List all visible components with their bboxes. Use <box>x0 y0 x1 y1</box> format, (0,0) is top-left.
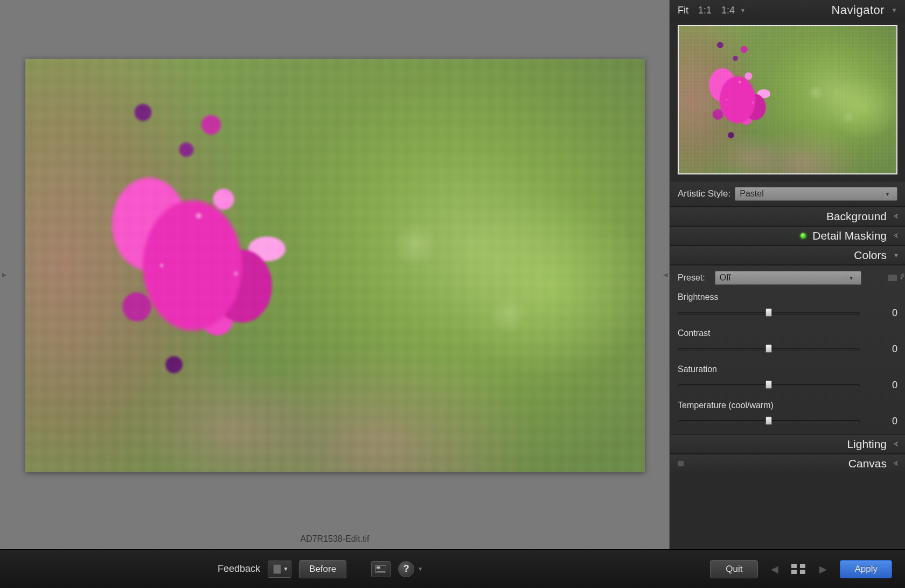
saturation-slider[interactable] <box>678 384 860 387</box>
section-detail-masking-label: Detail Masking <box>812 229 887 242</box>
before-button[interactable]: Before <box>299 560 346 578</box>
brightness-value: 0 <box>875 307 897 319</box>
canvas-toggle-icon[interactable] <box>678 460 684 467</box>
preset-label: Preset: <box>678 273 705 283</box>
svg-rect-3 <box>377 571 385 572</box>
left-panel-expand-handle[interactable]: ▶ <box>1 261 8 289</box>
navigator-title: Navigator <box>831 3 885 17</box>
canvas-pane: ▶ ◀ AD7R1538-Edit.tif <box>0 0 670 549</box>
artistic-style-value: Pastel <box>740 189 763 199</box>
zoom-1-1[interactable]: 1:1 <box>698 5 712 16</box>
preset-dropdown[interactable]: Off ▼ <box>715 271 861 285</box>
slider-label: Saturation <box>678 365 897 374</box>
section-colors[interactable]: Colors ▼ <box>670 246 905 265</box>
slider-saturation: Saturation 0 <box>678 365 897 391</box>
section-canvas[interactable]: Canvas ∢ <box>670 454 905 473</box>
prev-image-arrow-icon: ◀ <box>768 560 782 578</box>
next-image-arrow-icon: ▶ <box>816 560 830 578</box>
section-detail-masking[interactable]: Detail Masking ∢ <box>670 226 905 246</box>
compare-view-button[interactable] <box>371 561 391 577</box>
svg-rect-1 <box>377 566 380 569</box>
help-button[interactable]: ? <box>398 561 414 577</box>
section-colors-label: Colors <box>854 249 887 262</box>
temperature-slider[interactable] <box>678 420 860 423</box>
chevron-right-icon: ∢ <box>893 232 897 240</box>
swatch-dropdown-icon[interactable]: ▼ <box>281 561 291 578</box>
apply-button[interactable]: Apply <box>840 560 892 578</box>
filename-label: AD7R1538-Edit.tif <box>0 531 670 549</box>
slider-contrast: Contrast 0 <box>678 328 897 355</box>
zoom-1-4[interactable]: 1:4 <box>721 5 735 16</box>
section-lighting-label: Lighting <box>847 438 887 451</box>
dropdown-arrow-icon: ▼ <box>882 191 893 197</box>
chevron-down-icon: ▼ <box>893 252 897 258</box>
slider-brightness: Brightness 0 <box>678 292 897 319</box>
navigator-thumbnail[interactable] <box>678 25 897 174</box>
slider-temperature: Temperature (cool/warm) 0 <box>678 401 897 427</box>
bottom-toolbar: Feedback ▼ Before ? ▼ Quit ◀ ▶ Apply <box>0 549 905 588</box>
artistic-style-dropdown[interactable]: Pastel ▼ <box>735 187 897 201</box>
grid-view-button[interactable] <box>791 564 806 574</box>
preview-image[interactable] <box>25 59 645 472</box>
zoom-fit[interactable]: Fit <box>678 5 688 16</box>
quit-button[interactable]: Quit <box>710 560 758 578</box>
saturation-value: 0 <box>875 380 897 391</box>
slider-label: Temperature (cool/warm) <box>678 401 897 410</box>
section-lighting[interactable]: Lighting ∢ <box>670 435 905 454</box>
navigator-header: Fit 1:1 1:4 ▼ Navigator ▼ <box>670 0 905 22</box>
preset-value: Off <box>720 273 731 283</box>
artistic-style-label: Artistic Style: <box>678 188 730 199</box>
colors-panel-body: Preset: Off ▼ Brightness 0 Contrast <box>670 265 905 435</box>
zoom-dropdown-icon[interactable]: ▼ <box>740 8 746 13</box>
svg-rect-2 <box>377 570 385 570</box>
section-background[interactable]: Background ∢ <box>670 207 905 226</box>
right-panel: ◀ Fit 1:1 1:4 ▼ Navigator ▼ Artistic Sty… <box>670 0 905 549</box>
navigator-collapse-icon[interactable]: ▼ <box>891 6 897 14</box>
chevron-right-icon: ∢ <box>893 460 897 467</box>
feedback-label: Feedback <box>218 563 260 575</box>
right-panel-collapse-handle[interactable]: ◀ <box>662 261 669 289</box>
slider-label: Brightness <box>678 292 897 302</box>
section-background-label: Background <box>826 210 887 223</box>
contrast-slider[interactable] <box>678 348 860 351</box>
artistic-style-row: Artistic Style: Pastel ▼ <box>670 181 905 207</box>
chevron-right-icon: ∢ <box>893 440 897 448</box>
active-indicator-icon <box>800 233 806 239</box>
chevron-right-icon: ∢ <box>893 213 897 220</box>
section-canvas-label: Canvas <box>848 457 887 470</box>
temperature-value: 0 <box>875 416 897 427</box>
preset-save-icon[interactable] <box>888 274 897 282</box>
dropdown-arrow-icon: ▼ <box>846 275 857 281</box>
help-dropdown-icon[interactable]: ▼ <box>417 566 423 572</box>
brightness-slider[interactable] <box>678 312 860 315</box>
contrast-value: 0 <box>875 344 897 355</box>
slider-label: Contrast <box>678 328 897 338</box>
